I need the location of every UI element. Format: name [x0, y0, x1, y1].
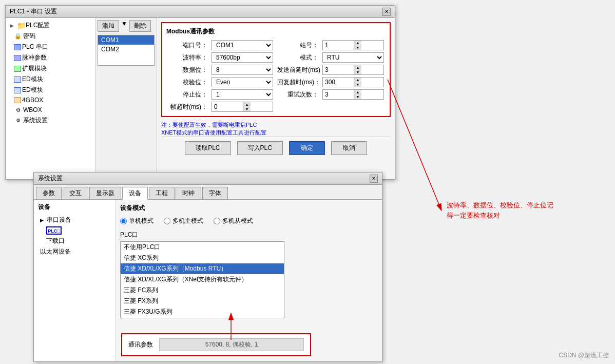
timeout-down-btn[interactable]: ▼ [354, 82, 361, 87]
plc-chip-icon [14, 44, 21, 50]
timeout-input[interactable] [323, 78, 354, 87]
retries-spinbox: ▲ ▼ [322, 89, 384, 100]
tab-project[interactable]: 工程 [149, 187, 175, 199]
plc-box-icon: PLC□ [46, 226, 62, 235]
syssettings-close-button[interactable]: ✕ [370, 175, 378, 183]
radio-multi-slave[interactable]: 多机从模式 [214, 217, 253, 225]
tree-label-expansion: 扩展模块 [22, 64, 47, 73]
plc-list-xd-modbus[interactable]: 信捷 XD/XL/XG系列（Modbus RTU） [121, 263, 284, 274]
retries-input[interactable] [323, 90, 354, 99]
station-input[interactable] [323, 41, 354, 50]
timeout-spinbox: ▲ ▼ [322, 77, 384, 87]
ss-tree: 设备 ▶ 串口设备 PLC□ 下载口 以太网设备 [34, 200, 116, 361]
tree-label-wbox: WBOX [23, 106, 42, 113]
pretransmit-input[interactable] [323, 65, 354, 74]
modbus-title: Modbus通讯参数 [166, 27, 386, 36]
plc1-title: PLC1 - 串口 设置 [10, 7, 57, 16]
annotation-line2: 得一定要检查核对 [447, 212, 500, 219]
comm-params-box: 通讯参数 57600, 8, 偶校验, 1 [121, 333, 311, 356]
tab-bar: 参数 交互 显示器 设备 工程 时钟 字体 [34, 185, 382, 200]
tree-item-wbox[interactable]: ⚙ WBOX [6, 105, 95, 115]
tree-item-pulse-params[interactable]: 脉冲参数 [6, 52, 95, 63]
tree-label-password: 密码 [23, 32, 35, 41]
pretransmit-up-btn[interactable]: ▲ [354, 65, 361, 70]
plc1-window: PLC1 - 串口 设置 ✕ ▶ 📁 PLC配置 🔒 密码 PLC 串口 脉冲参… [5, 5, 395, 180]
frame-timeout-input[interactable] [212, 102, 243, 111]
plc1-close-button[interactable]: ✕ [382, 8, 391, 16]
modbus-panel: Modbus通讯参数 端口号： COM1 COM2 站号： ▲ ▼ [157, 18, 395, 179]
com2-item[interactable]: COM2 [98, 45, 154, 54]
baudrate-select[interactable]: 57600bp 9600bp 19200bp 38400bp 115200bp [212, 52, 273, 63]
tree-label-ed1: ED模块 [22, 75, 43, 84]
cancel-button[interactable]: 取消 [331, 141, 367, 155]
tree-ethernet-device[interactable]: 以太网设备 [36, 246, 113, 257]
tree-label-plc-serial: PLC 串口 [22, 43, 48, 51]
station-up-btn[interactable]: ▲ [354, 41, 361, 45]
syssettings-title: 系统设置 [38, 174, 63, 183]
retries-label: 重试次数： [277, 90, 318, 99]
parity-select[interactable]: Even Odd None [212, 77, 273, 87]
port-select[interactable]: COM1 COM2 [212, 40, 273, 50]
stop-bits-label: 停止位： [166, 90, 207, 99]
plc-list-xd-xnet[interactable]: 信捷 XD/XL/XG系列（XNet支持所有软元件） [121, 274, 284, 285]
tab-font[interactable]: 字体 [202, 187, 228, 199]
tree-root[interactable]: ▶ 📁 PLC配置 [6, 20, 95, 31]
station-down-btn[interactable]: ▼ [354, 45, 361, 50]
add-delete-bar: 添加 ▼ 删除 [98, 20, 155, 32]
tree-item-system[interactable]: ⚙ 系统设置 [6, 115, 95, 126]
tree-item-password[interactable]: 🔒 密码 [6, 31, 95, 42]
port-label: 端口号： [166, 41, 207, 50]
plc-list-fx5u[interactable]: 三菱 FX5U系列 [121, 317, 284, 318]
radio-single-label: 单机模式 [129, 217, 153, 225]
com-list: COM1 COM2 [98, 35, 155, 66]
tab-params[interactable]: 参数 [36, 187, 62, 199]
tree-item-ed1[interactable]: ED模块 [6, 74, 95, 85]
tree-label-ed2: ED模块 [22, 86, 43, 94]
plc-list-fc[interactable]: 三菱 FC系列 [121, 285, 284, 296]
delete-button[interactable]: 删除 [129, 20, 151, 32]
ed1-icon [14, 76, 21, 83]
tree-item-plc-serial[interactable]: PLC 串口 [6, 42, 95, 52]
plc1-titlebar: PLC1 - 串口 设置 ✕ [6, 6, 395, 18]
ok-button[interactable]: 确定 [289, 141, 325, 155]
modbus-box: Modbus通讯参数 端口号： COM1 COM2 站号： ▲ ▼ [161, 22, 391, 117]
plc-list-xc[interactable]: 信捷 XC系列 [121, 253, 284, 263]
frame-timeout-down-btn[interactable]: ▼ [243, 107, 251, 111]
tree-serial-device[interactable]: ▶ 串口设备 [36, 215, 113, 225]
mode-select[interactable]: RTU ASCII [322, 52, 384, 63]
tree-item-ed2[interactable]: ED模块 [6, 85, 95, 95]
com1-item[interactable]: COM1 [98, 35, 154, 45]
plc-list-fx[interactable]: 三菱 FX系列 [121, 296, 284, 306]
radio-multi-master-input[interactable] [164, 218, 170, 224]
pretransmit-label: 发送前延时(ms)： [277, 66, 318, 74]
retries-down-btn[interactable]: ▼ [354, 94, 361, 99]
write-plc-button[interactable]: 写入PLC [237, 141, 283, 155]
tree-download-port[interactable]: 下载口 [36, 236, 113, 246]
pretransmit-down-btn[interactable]: ▼ [354, 70, 361, 74]
tree-label-system: 系统设置 [23, 116, 48, 125]
tab-display[interactable]: 显示器 [89, 187, 121, 199]
tree-item-4gbox[interactable]: 4GBOX [6, 95, 95, 105]
timeout-up-btn[interactable]: ▲ [354, 78, 361, 82]
tab-clock[interactable]: 时钟 [176, 187, 201, 199]
tree-plc-port[interactable]: PLC□ [36, 225, 113, 236]
tab-interaction[interactable]: 交互 [63, 187, 88, 199]
tab-device[interactable]: 设备 [122, 187, 148, 200]
radio-single[interactable]: 单机模式 [120, 217, 153, 225]
radio-single-input[interactable] [120, 218, 127, 224]
modbus-form: 端口号： COM1 COM2 站号： ▲ ▼ 波特率： [166, 40, 386, 112]
plc-list-none[interactable]: 不使用PLC口 [121, 242, 284, 253]
retries-up-btn[interactable]: ▲ [354, 90, 361, 94]
pretransmit-spinbox: ▲ ▼ [322, 65, 384, 75]
plc1-content: ▶ 📁 PLC配置 🔒 密码 PLC 串口 脉冲参数 扩展模块 [6, 18, 395, 179]
radio-multi-master[interactable]: 多机主模式 [164, 217, 203, 225]
stop-bits-select[interactable]: 1 2 [212, 89, 273, 100]
read-plc-button[interactable]: 读取PLC [185, 141, 230, 155]
plc-list-fx3ug[interactable]: 三菱 FX3U/G系列 [121, 306, 284, 317]
radio-multi-slave-input[interactable] [214, 218, 220, 224]
add-button[interactable]: 添加 [98, 20, 119, 32]
frame-timeout-up-btn[interactable]: ▲ [243, 102, 251, 107]
data-bits-select[interactable]: 8 7 [212, 65, 273, 75]
ed2-icon [14, 87, 21, 93]
tree-item-expansion[interactable]: 扩展模块 [6, 63, 95, 74]
